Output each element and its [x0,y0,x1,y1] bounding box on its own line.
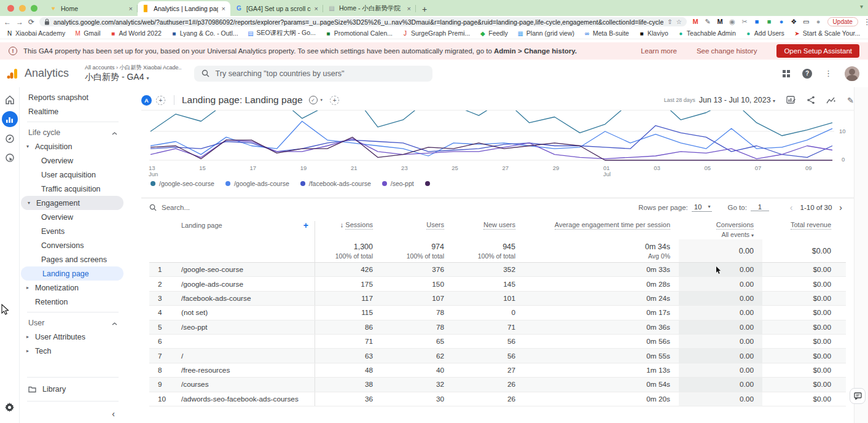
help-icon[interactable]: ? [802,69,812,79]
caret-icon[interactable]: ▾ [26,144,29,149]
bookmark-item[interactable]: ▦Plann (grid view) [517,29,574,37]
browser-menu-icon[interactable]: ⋮ [863,17,868,26]
reports-nav-icon[interactable] [2,111,18,127]
close-tab-icon[interactable]: × [129,5,133,12]
property-switcher[interactable]: All accounts › 小白新势 Xiaobai Acade.. 小白新势… [85,64,182,83]
bookmark-item[interactable]: NXiaobai Academy [6,29,65,37]
bookmark-item[interactable]: ■Lyang & Co. - Outl... [171,29,238,37]
caret-icon[interactable]: ▾ [28,200,30,206]
bookmark-item[interactable]: ■Klaviyo [638,29,668,37]
rows-per-page-select[interactable]: 10▾ [692,203,712,212]
close-tab-icon[interactable]: × [222,5,225,12]
clipper-ext-icon[interactable]: ✂ [741,18,749,26]
forward-button[interactable]: → [16,18,23,26]
caret-icon[interactable]: ▸ [26,285,29,290]
add-comparison-icon[interactable]: + [156,96,165,105]
sidebar-item-user-acquisition[interactable]: User acquisition [20,168,126,182]
search-input[interactable]: Try searching "top countries by users" [194,66,432,82]
new-tab-button[interactable]: + [416,4,433,16]
edit-report-icon[interactable]: ✎ [847,96,854,105]
advertising-nav-icon[interactable] [2,150,17,165]
sidebar-item-realtime[interactable]: Realtime [20,104,126,118]
insights-icon[interactable] [826,96,836,104]
globe-ext-icon[interactable]: ● [778,18,786,26]
see-change-history-link[interactable]: See change history [697,47,757,55]
header-menu-icon[interactable]: ⋮ [824,69,832,78]
column-new-users[interactable]: New users [453,221,524,229]
blue-ext-icon[interactable]: ■ [753,18,761,26]
bookmark-item[interactable]: ▤SEO课程大纲 - Go... [248,29,316,37]
medium-ext-icon[interactable]: M [716,18,724,26]
legend-item[interactable]: /google-seo-course [151,180,214,187]
bookmark-item[interactable]: ◆Feedly [479,29,508,37]
zoom-window-button[interactable] [31,5,37,12]
sidebar-item-conversions[interactable]: Conversions [20,238,126,252]
url-bar[interactable]: analytics.google.com/analytics/web/?auth… [39,17,687,26]
table-row[interactable]: 5/seo-ppt8678710m 36s0.00$0.00 [149,320,846,335]
table-row[interactable]: 67165560m 56s0.00$0.00 [149,335,846,349]
column-conversions[interactable]: ConversionsAll events ▾ [679,221,762,239]
bookmark-item[interactable]: ■Promotional Calen... [325,29,393,37]
feedback-button[interactable] [850,388,866,404]
table-row[interactable]: 8/free-resources4840271m 13s0.00$0.00 [149,363,846,378]
legend-item[interactable]: /seo-ppt [382,180,414,187]
sidebar-item-acquisition[interactable]: ▾Acquisition [20,139,126,153]
tab-strip-chevron-icon[interactable]: ▾ [860,3,863,10]
column-sessions[interactable]: ↓ Sessions [315,221,381,229]
back-button[interactable]: ← [4,18,11,26]
share-report-icon[interactable] [807,96,815,104]
chevron-up-icon[interactable] [112,319,117,327]
conversions-event-filter[interactable]: All events ▾ [679,231,754,239]
chevron-up-icon[interactable] [112,128,117,137]
sidebar-item-traffic-acquisition[interactable]: Traffic acquisition [20,182,126,196]
caret-icon[interactable]: ▸ [26,334,29,340]
browser-tab[interactable]: ♥Home× [45,1,138,16]
add-column-icon[interactable]: + [303,222,308,230]
bookmark-item[interactable]: ➤Start & Scale Your... [794,29,860,37]
browser-tab[interactable]: ▊Analytics | Landing page: Land× [138,1,230,16]
table-row[interactable]: 9/courses3832260m 54s0.00$0.00 [149,378,846,392]
sidebar-item-user-attributes[interactable]: ▸User Attributes [20,330,126,344]
next-page-icon[interactable]: › [835,203,846,212]
column-total-revenue[interactable]: Total revenue [762,221,846,229]
admin-gear-icon[interactable] [2,400,17,414]
sidebar-item-events[interactable]: Events [20,224,126,238]
bookmark-item[interactable]: ∞Meta B-suite [584,29,629,37]
reload-button[interactable]: ⟳ [28,18,34,26]
gmail-ext-icon[interactable]: M [692,18,700,26]
sidebar-item-pages-and-screens[interactable]: Pages and screens [20,252,126,266]
pen-ext-icon[interactable]: ✎ [704,18,712,26]
add-report-icon[interactable]: + [330,96,339,105]
browser-tab[interactable]: ▤Home - 小白新势学院× [323,1,416,16]
legend-item[interactable]: /google-ads-course [225,180,289,187]
window-ext-icon[interactable]: ▭ [802,18,810,26]
camera-ext-icon[interactable]: ◉ [729,18,737,26]
analytics-logo-icon[interactable] [6,67,20,80]
legend-item[interactable] [425,181,430,186]
sidebar-item-overview[interactable]: Overview [20,153,126,168]
close-tab-icon[interactable]: × [315,5,318,12]
go-to-page-input[interactable]: 1 [751,203,769,211]
bookmark-item[interactable]: ●Add Users [745,29,784,37]
share-page-icon[interactable]: ⇧ [667,18,672,25]
sidebar-item-monetization[interactable]: ▸Monetization [20,281,126,295]
customize-report-icon[interactable] [786,96,796,104]
table-row[interactable]: 4(not set)1157800m 17s0.00$0.00 [149,306,846,320]
saved-report-check-icon[interactable]: ✓ [309,96,318,104]
column-landing-page[interactable]: Landing page [181,222,222,230]
sidebar-item-tech[interactable]: ▸Tech [20,344,126,358]
bookmark-item[interactable]: ●Teachable Admin [678,29,736,37]
sidebar-item-reports-snapshot[interactable]: Reports snapshot [20,90,126,104]
profile-ext-icon[interactable]: ● [815,18,823,26]
table-row[interactable]: 3/facebook-ads-course1171071010m 24s0.00… [149,292,846,306]
sidebar-item-life-cycle[interactable]: Life cycle [20,125,126,139]
puzzle-ext-icon[interactable]: ❖ [790,18,798,26]
sidebar-item-retention[interactable]: Retention [20,295,126,309]
sidebar-item-overview[interactable]: Overview [20,210,126,224]
caret-icon[interactable]: ▸ [26,348,29,354]
legend-item[interactable]: /facebook-ads-course [300,180,371,187]
table-row[interactable]: 10/adwords-seo-facebook-ads-courses36302… [149,392,846,406]
sessions-line-chart[interactable]: 10 0 [141,111,854,165]
bookmark-item[interactable]: JSurgeGraph Premi... [402,29,470,37]
sidebar-item-landing-page[interactable]: Landing page [21,266,123,281]
